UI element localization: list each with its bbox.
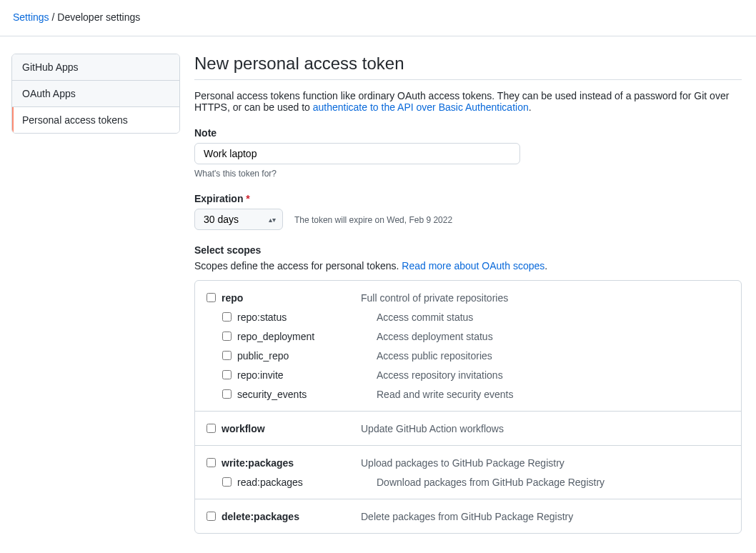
scope-name: delete:packages <box>222 511 299 522</box>
scope-desc: Download packages from GitHub Package Re… <box>377 477 605 488</box>
scope-checkbox[interactable] <box>222 477 232 487</box>
note-input[interactable] <box>194 143 520 164</box>
intro: Personal access tokens function like ord… <box>194 90 742 113</box>
scope-row: repo:statusAccess commit status <box>204 307 732 327</box>
scope-checkbox[interactable] <box>222 351 232 360</box>
page-title: New personal access token <box>194 54 742 80</box>
note-hint: What's this token for? <box>194 169 742 179</box>
scopes-desc-link[interactable]: Read more about OAuth scopes <box>402 260 544 271</box>
scope-name: repo_deployment <box>237 331 314 342</box>
scope-checkbox[interactable] <box>222 389 232 399</box>
scope-group: workflowUpdate GitHub Action workflows <box>195 412 741 446</box>
scope-checkbox[interactable] <box>207 293 216 302</box>
scopes-box: repoFull control of private repositories… <box>194 280 742 534</box>
intro-text-post: . <box>529 101 532 113</box>
scope-row: write:packagesUpload packages to GitHub … <box>204 453 732 472</box>
scope-checkbox[interactable] <box>222 370 232 379</box>
scope-name: repo:invite <box>237 369 284 381</box>
breadcrumb-current: Developer settings <box>57 11 140 23</box>
scope-desc: Access deployment status <box>377 331 493 342</box>
main: New personal access token Personal acces… <box>194 54 742 534</box>
scope-desc: Update GitHub Action workflows <box>361 423 504 434</box>
sidebar-item-personal-access-tokens[interactable]: Personal access tokens <box>12 107 179 133</box>
scope-desc: Access repository invitations <box>377 369 503 381</box>
scope-row: security_eventsRead and write security e… <box>204 384 732 404</box>
expiration-note: The token will expire on Wed, Feb 9 2022 <box>294 215 452 225</box>
breadcrumb-settings-link[interactable]: Settings <box>13 11 49 23</box>
scope-row: delete:packagesDelete packages from GitH… <box>204 507 732 526</box>
scope-name: write:packages <box>222 457 294 469</box>
expiration-select[interactable]: 30 days <box>194 209 283 230</box>
scope-checkbox[interactable] <box>222 332 232 341</box>
note-label: Note <box>194 127 742 139</box>
scope-name: repo:status <box>237 312 287 323</box>
scopes-desc-pre: Scopes define the access for personal to… <box>194 260 402 271</box>
scope-row: read:packagesDownload packages from GitH… <box>204 472 732 492</box>
scope-name: workflow <box>222 423 265 434</box>
sidebar-item-oauth-apps[interactable]: OAuth Apps <box>12 81 179 107</box>
scopes-description: Scopes define the access for personal to… <box>194 260 742 271</box>
sidebar-item-github-apps[interactable]: GitHub Apps <box>12 54 179 81</box>
scope-desc: Upload packages to GitHub Package Regist… <box>361 457 564 469</box>
scope-group: write:packagesUpload packages to GitHub … <box>195 446 741 499</box>
scope-desc: Delete packages from GitHub Package Regi… <box>361 511 573 522</box>
scopes-desc-post: . <box>544 260 547 271</box>
scope-group: delete:packagesDelete packages from GitH… <box>195 499 741 533</box>
scope-row: public_repoAccess public repositories <box>204 346 732 365</box>
scope-checkbox[interactable] <box>207 424 216 433</box>
scope-desc: Access commit status <box>377 312 473 323</box>
scope-name: repo <box>222 292 243 304</box>
scope-checkbox[interactable] <box>207 512 216 521</box>
scope-name: read:packages <box>237 477 303 488</box>
intro-link[interactable]: authenticate to the API over Basic Authe… <box>313 101 529 113</box>
scope-name: security_events <box>237 389 307 400</box>
scope-desc: Read and write security events <box>377 389 513 400</box>
scope-desc: Full control of private repositories <box>361 292 508 304</box>
scopes-heading: Select scopes <box>194 244 742 256</box>
scope-desc: Access public repositories <box>377 350 492 362</box>
required-indicator: * <box>246 193 249 204</box>
expiration-label: Expiration * <box>194 193 742 204</box>
sidebar: GitHub Apps OAuth Apps Personal access t… <box>11 54 180 534</box>
scope-row: workflowUpdate GitHub Action workflows <box>204 419 732 438</box>
breadcrumb: Settings / Developer settings <box>0 0 756 36</box>
scope-row: repo:inviteAccess repository invitations <box>204 365 732 384</box>
scope-group: repoFull control of private repositories… <box>195 281 741 412</box>
scope-name: public_repo <box>237 350 289 362</box>
scope-checkbox[interactable] <box>222 312 232 322</box>
expiration-label-text: Expiration <box>194 193 243 204</box>
scope-row: repo_deploymentAccess deployment status <box>204 327 732 346</box>
scope-row: repoFull control of private repositories <box>204 288 732 307</box>
scope-checkbox[interactable] <box>207 458 216 467</box>
